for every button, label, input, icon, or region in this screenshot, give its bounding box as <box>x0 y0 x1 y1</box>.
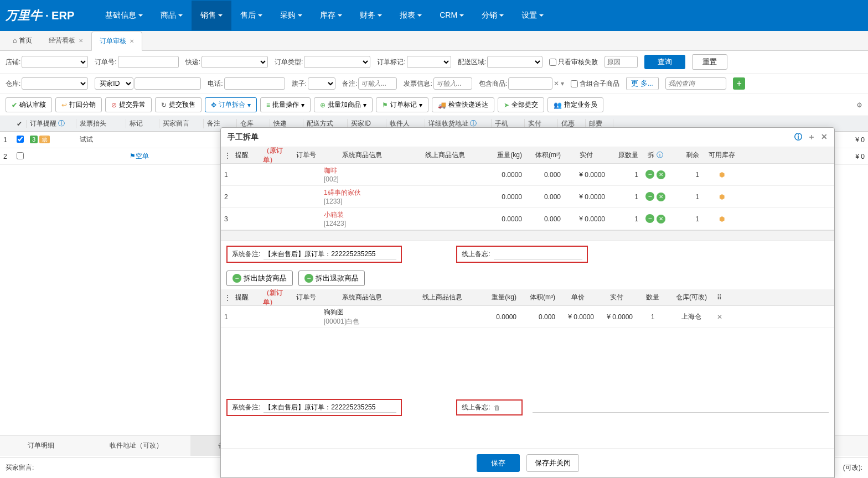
tab-1[interactable]: 经营看板 ✕ <box>40 31 91 50</box>
gear-icon[interactable]: ⚙ <box>856 101 862 109</box>
input-reason <box>604 56 638 68</box>
label-phone: 电话: <box>208 79 223 89</box>
label-invoice: 发票信息: <box>404 79 432 89</box>
check-express-button[interactable]: 🚚检查快递送达 <box>432 97 494 112</box>
submit-all-button[interactable]: ➤全部提交 <box>498 97 544 112</box>
select-buyerid[interactable]: 买家ID <box>95 77 133 90</box>
select-ordertag[interactable] <box>407 56 451 68</box>
nav-item-4[interactable]: 采购 <box>271 1 311 30</box>
select-express[interactable] <box>202 56 268 68</box>
label-express: 快递: <box>185 58 200 67</box>
modal-manual-split: 手工拆单 ⓘ ＋ ✕ ⋮ 提醒 （原订单） 订单号 系统商品信息 线上商品信息 … <box>220 127 835 165</box>
clear-goods-icon[interactable]: ✕ ▾ <box>554 80 564 87</box>
label-deliveryarea: 配送区域: <box>458 58 486 67</box>
row-checkbox[interactable] <box>17 136 24 143</box>
label-warehouse: 仓库: <box>6 79 20 89</box>
nav-item-1[interactable]: 商品 <box>152 1 192 30</box>
split-button[interactable]: ✥订单拆合▾ <box>205 97 257 112</box>
select-ordertype[interactable] <box>304 56 370 68</box>
row-checkbox[interactable] <box>17 152 24 159</box>
return-button[interactable]: ↩打回分销 <box>55 97 102 112</box>
tab-close-icon[interactable]: ✕ <box>130 38 134 44</box>
nav-item-8[interactable]: CRM <box>431 1 473 30</box>
checkbox-combo[interactable] <box>571 80 578 87</box>
input-remark[interactable] <box>358 77 397 90</box>
tab-close-icon[interactable]: ✕ <box>79 38 83 44</box>
add-query-button[interactable]: + <box>733 77 745 90</box>
modal-header: 手工拆单 ⓘ ＋ ✕ <box>221 128 834 147</box>
close-icon[interactable]: ✕ <box>821 132 828 142</box>
assign-button[interactable]: 👥指定业务员 <box>547 97 603 112</box>
logo: 万里牛 · ERP <box>6 7 74 24</box>
nav-item-3[interactable]: 售后 <box>231 1 271 30</box>
query-button[interactable]: 查询 <box>644 55 685 69</box>
expand-icon[interactable]: ＋ <box>808 132 815 142</box>
nav-item-6[interactable]: 财务 <box>351 1 391 30</box>
logo-erp: · ERP <box>45 9 74 22</box>
label-only-fail: 只看审核失败 <box>558 58 598 67</box>
filter-row-2: 仓库: 买家ID 电话: 旗子: 备注: 发票信息: 包含商品:✕ ▾ 含组合子… <box>0 74 868 94</box>
select-deliveryarea[interactable] <box>487 56 542 68</box>
input-my-query[interactable] <box>665 77 726 90</box>
nav-item-10[interactable]: 设置 <box>513 1 552 30</box>
toolbar: ✔确认审核 ↩打回分销 ⊘提交异常 ↻提交预售 ✥订单拆合▾ ≡批量操作▾ ⊕批… <box>0 94 868 116</box>
grid-col-5: 买家留言 <box>159 119 204 128</box>
input-phone[interactable] <box>224 77 285 90</box>
tag-button[interactable]: ⚑订单标记▾ <box>376 97 428 112</box>
page-tabs: ⌂ 首页经营看板 ✕订单审核 ✕ <box>0 31 868 51</box>
grid-col-2: 订单提醒 ⓘ <box>27 119 76 128</box>
modal-title: 手工拆单 <box>228 132 259 142</box>
input-invoice[interactable] <box>433 77 472 90</box>
orig-table-header: ⋮ 提醒 （原订单） 订单号 系统商品信息 线上商品信息 重量(kg) 体积(m… <box>221 147 834 164</box>
filter-row-1: 店铺: 订单号: 快递: 订单类型: 订单标记: 配送区域: 只看审核失败 查询… <box>0 51 868 74</box>
select-warehouse[interactable] <box>22 77 88 90</box>
label-remark: 备注: <box>342 79 357 89</box>
more-button[interactable]: 更 多... <box>626 77 659 90</box>
orig-table-row: 1 咖啡[002] 0.0000 0.000 ¥ 0.0000 1 − ✕ 1 … <box>221 164 834 165</box>
tab-0[interactable]: ⌂ 首页 <box>4 31 40 50</box>
label-ordertag: 订单标记: <box>377 58 405 67</box>
nav-item-9[interactable]: 分销 <box>473 1 513 30</box>
top-nav: 万里牛 · ERP 基础信息商品销售售后采购库存财务报表CRM分销设置 <box>0 0 868 31</box>
grid-col-4: 标记 <box>126 119 159 128</box>
grid-col-1: ✔ <box>13 120 27 128</box>
info-icon[interactable]: ⓘ <box>794 132 802 142</box>
confirm-button[interactable]: ✔确认审核 <box>6 97 52 112</box>
label-orderno: 订单号: <box>95 58 116 67</box>
label-flag: 旗子: <box>292 79 307 89</box>
exception-button[interactable]: ⊘提交异常 <box>105 97 152 112</box>
label-combo: 含组合子商品 <box>580 79 619 89</box>
nav-item-5[interactable]: 库存 <box>311 1 351 30</box>
label-ordertype: 订单类型: <box>275 58 303 67</box>
logo-text: 万里牛 <box>6 7 42 24</box>
nav-item-0[interactable]: 基础信息 <box>96 1 152 30</box>
input-buyerid[interactable] <box>135 77 201 90</box>
batch-add-button[interactable]: ⊕批量加商品▾ <box>314 97 373 112</box>
nav-item-7[interactable]: 报表 <box>391 1 431 30</box>
select-shop[interactable] <box>22 56 88 68</box>
reset-button[interactable]: 重置 <box>692 54 727 70</box>
nav-items: 基础信息商品销售售后采购库存财务报表CRM分销设置 <box>96 1 552 30</box>
label-shop: 店铺: <box>6 58 20 67</box>
grid-col-3: 发票抬头 <box>76 119 126 128</box>
modal-body: ⋮ 提醒 （原订单） 订单号 系统商品信息 线上商品信息 重量(kg) 体积(m… <box>221 147 834 165</box>
batch-button[interactable]: ≡批量操作▾ <box>260 97 311 112</box>
tab-2[interactable]: 订单审核 ✕ <box>91 32 142 51</box>
input-contains-goods[interactable] <box>508 77 552 90</box>
select-flag[interactable] <box>308 77 335 90</box>
presale-button[interactable]: ↻提交预售 <box>155 97 202 112</box>
label-contains-goods: 包含商品: <box>479 79 507 89</box>
nav-item-2[interactable]: 销售 <box>192 1 231 30</box>
checkbox-only-fail[interactable] <box>549 59 556 66</box>
input-orderno[interactable] <box>118 56 179 68</box>
